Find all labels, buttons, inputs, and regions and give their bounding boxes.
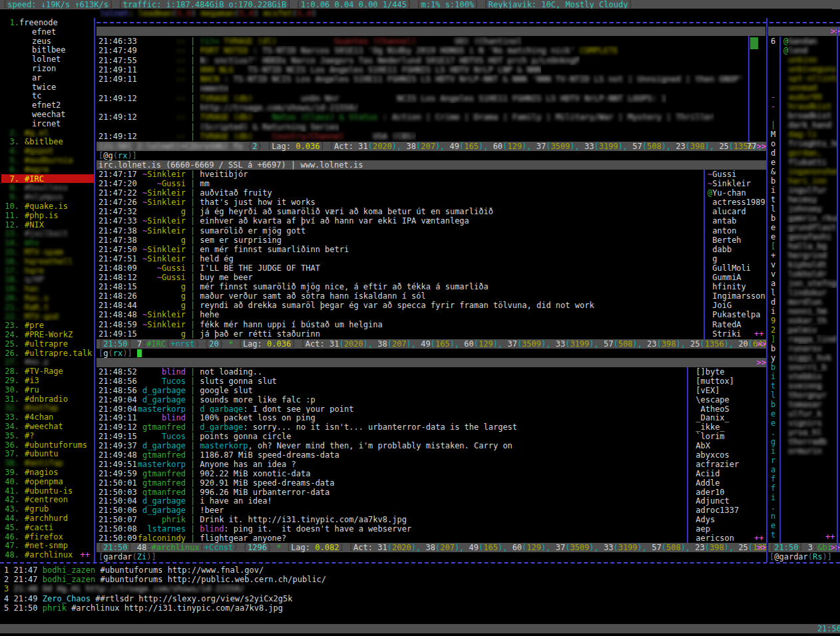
- nicklist-item[interactable]: _AtheoS__: [691, 404, 765, 414]
- nicklist-item[interactable]: ingansnshes: [783, 167, 837, 176]
- buffer-list-item-hqre[interactable]: 17.hqre: [1, 266, 94, 275]
- buffer-list-item-hqreathell[interactable]: 16.hqreathell: [1, 257, 94, 266]
- buffer-list-item-ircnet[interactable]: ircnet: [1, 119, 94, 128]
- nicklist-item[interactable]: `lorim: [691, 432, 765, 441]
- nicklist-item[interactable]: grundflast: [783, 223, 837, 232]
- buffer-list-item-notfap[interactable]: 32.#notfap: [1, 403, 94, 412]
- nicklist-item[interactable]: [vEX]: [691, 386, 765, 395]
- buffer-list-item-soulless[interactable]: 8.#Soulless: [1, 183, 94, 192]
- nicklist-item[interactable]: heimsy: [783, 195, 837, 204]
- buffer-list-item-openpma[interactable]: 40.#openpma: [1, 477, 94, 486]
- nicklist-item[interactable]: tomasar: [783, 400, 837, 409]
- buffer-list-item-audburnia[interactable]: 5.#audburnia: [1, 156, 94, 165]
- nicklist-item[interactable]: GullMoli: [708, 263, 765, 273]
- buffer-list-item-ubuntu[interactable]: 37.#ubuntu: [1, 449, 94, 458]
- nicklist-item[interactable]: halla_bg: [783, 241, 837, 251]
- nicklist-item[interactable]: Ingimarsson: [708, 291, 765, 301]
- nicklist-item[interactable]: gordan,: [783, 148, 837, 158]
- nicklist-item[interactable]: johnsey: [783, 204, 837, 214]
- buffer-list-item-twice[interactable]: twice: [1, 82, 94, 92]
- nicklist-item[interactable]: dark_hand: [783, 120, 837, 130]
- nicklist-item[interactable]: hraudkist: [783, 102, 837, 111]
- nicklist-item[interactable]: RatedA: [708, 320, 765, 329]
- nicklist-item[interactable]: Aciid: [691, 469, 765, 478]
- nicklist-item[interactable]: Berteh: [708, 236, 765, 245]
- archlinux-input-line[interactable]: [gardar(Zi)]: [99, 552, 757, 561]
- buffer-list-item-antifap[interactable]: 38.#antifap: [1, 458, 94, 468]
- buffer-list-item-jailbait[interactable]: 13.#jailbait: [1, 229, 94, 238]
- buffer-list-item-4chan[interactable]: 33.#4chan: [1, 412, 94, 422]
- nicklist-item[interactable]: antab: [708, 216, 765, 226]
- buffer-list-item-firefox[interactable]: 46.#firefox: [1, 532, 94, 542]
- nicklist-item[interactable]: Adjunct: [691, 496, 765, 506]
- buffer-list-item-ubuntuis[interactable]: 41.#ubuntu-is: [1, 486, 94, 496]
- nicklist-item[interactable]: oskar_th: [783, 316, 837, 325]
- buffer-list-item-racs[interactable]: 20.Rac.s: [1, 293, 94, 303]
- nicklist-item[interactable]: unnmad: [783, 83, 837, 92]
- link[interactable]: http://i31.tinypic.com/aa7kv8.jpg: [124, 603, 283, 613]
- server-input-line[interactable]: [@g(rx)]: [99, 151, 757, 160]
- nicklist-item[interactable]: [muttox]: [691, 377, 765, 386]
- nicklist-item[interactable]: []byte: [691, 367, 765, 377]
- nicklist-item[interactable]: stebbix: [783, 372, 837, 381]
- buffer-list-item-olympus[interactable]: 9.#olympus: [1, 192, 94, 202]
- buffer-list-item-dnbradio[interactable]: 31.#dnbradio: [1, 395, 94, 404]
- nicklist-item[interactable]: anton: [708, 226, 765, 236]
- buffer-list-item-ultrapretalk[interactable]: 26.#ultrapre.talk: [1, 349, 94, 358]
- buffer-list-item-mtvspam[interactable]: 15.MTV-spam: [1, 247, 94, 257]
- nicklist-item[interactable]: ragga_lind: [783, 335, 837, 344]
- nicklist-item[interactable]: flukatti: [783, 158, 837, 167]
- nicklist-item[interactable]: broadkist: [783, 111, 837, 120]
- server-scrollbar-thumb[interactable]: [750, 37, 758, 49]
- nicklist-item[interactable]: gamrix_rkud: [783, 214, 837, 223]
- buffer-list-item-archhurd[interactable]: 44.#archhurd: [1, 514, 94, 523]
- buffer-list-item-tvrage[interactable]: 28.#TV-Rage: [1, 367, 94, 376]
- nicklist-item[interactable]: ~Sinkleir: [708, 179, 765, 188]
- buffer-list-item-rizon[interactable]: rizon: [1, 64, 94, 73]
- nicklist-item[interactable]: actress1989: [708, 198, 765, 207]
- buffer-list-item-mtv[interactable]: 14.mtv: [1, 238, 94, 247]
- nicklist-item[interactable]: JoiG: [708, 301, 765, 310]
- buffer-list-item-efnet[interactable]: efnet: [1, 27, 94, 37]
- buffer-list-item-bitlbee[interactable]: 3.&bitlbee: [1, 137, 94, 146]
- buffer-list-item-ar[interactable]: ar: [1, 73, 94, 82]
- buffer-list-item-nagios[interactable]: 39.#nagios: [1, 468, 94, 477]
- nicklist-item[interactable]: ~Gussi: [708, 170, 765, 179]
- nicklist-item[interactable]: thorradb: [783, 437, 837, 446]
- buffer-list-item-mop[interactable]: 27.#mo.p: [1, 357, 94, 367]
- buffer-list-item-rart[interactable]: 21.RaR.t: [1, 303, 94, 312]
- nicklist-item[interactable]: aep: [691, 524, 765, 534]
- buffer-list-item-i3[interactable]: 29.#i3: [1, 376, 94, 385]
- buffer-list-item-cacti[interactable]: 45.#cacti: [1, 523, 94, 532]
- buffer-list-item-qhp[interactable]: 18.q/HP: [1, 275, 94, 284]
- nicklist-item[interactable]: _ikke_: [691, 422, 765, 432]
- nicklist-item[interactable]: _Danix_: [691, 413, 765, 422]
- link[interactable]: http://public.web.cern.ch/public/: [168, 575, 326, 584]
- buffer-list-item-weechat[interactable]: 34.#weechat: [1, 422, 94, 431]
- nicklist-item[interactable]: spt-nllints: [783, 74, 837, 83]
- buffer-list-item-quakeis[interactable]: 10.#quake.is: [1, 202, 94, 211]
- buffer-list-item-mtvgod[interactable]: 22.MTV-god: [1, 312, 94, 321]
- buffer-list-item-centreon[interactable]: 42.#centreon: [1, 495, 94, 504]
- nicklist-item[interactable]: palmiv: [783, 325, 837, 335]
- server-scrollbar-track[interactable]: [748, 36, 749, 142]
- buffer-list-item-hac[interactable]: 19.hac: [1, 284, 94, 293]
- buffer-list-item-lolnet[interactable]: lolnet: [1, 55, 94, 64]
- nicklist-item[interactable]: lokholdr: [783, 269, 837, 279]
- link[interactable]: http://www.fnal.gov/: [168, 565, 264, 575]
- nicklist-item[interactable]: GummiA: [708, 273, 765, 282]
- nicklist-item[interactable]: hergrind: [783, 251, 837, 260]
- nicklist-item[interactable]: ormurin: [783, 446, 837, 456]
- nicklist-item[interactable]: yrsa_hl: [783, 428, 837, 437]
- nicklist-item[interactable]: g: [708, 254, 765, 263]
- nicklist-item[interactable]: frieghts_hel: [783, 139, 837, 148]
- nicklist-item[interactable]: siggi_hvk: [783, 353, 837, 363]
- nicklist-item[interactable]: Addle: [691, 478, 765, 488]
- nicklist-item[interactable]: vignirs: [783, 418, 837, 428]
- bitlbee-input-line[interactable]: [@gardar(Rs)]: [769, 552, 839, 561]
- buffer-list-item-netsnmp[interactable]: 47.#net-snmp: [1, 541, 94, 550]
- buffer-list-item-tc[interactable]: tc: [1, 91, 94, 100]
- buffer-list-item-zeus[interactable]: zeus: [1, 37, 94, 46]
- nicklist-item[interactable]: Pukastelpa: [708, 310, 765, 319]
- nicklist-item[interactable]: dabb: [708, 245, 765, 254]
